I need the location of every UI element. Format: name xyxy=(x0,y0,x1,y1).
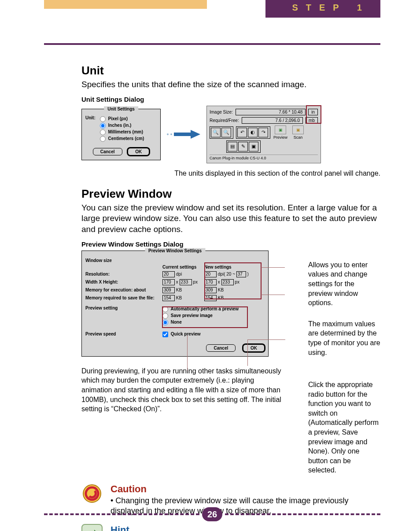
preview-window-settings-dialog: Preview Window Settings Window size Curr… xyxy=(81,251,269,357)
required-value: 7.6 / 2,096.0 xyxy=(242,117,303,124)
pw-w-cur: 170 xyxy=(162,279,175,285)
pw-res-max: 37 xyxy=(236,271,246,277)
caution-heading: Caution xyxy=(111,483,380,496)
pw-w-new: 170 xyxy=(204,279,217,285)
pw-mem-exec-label: Memory for execution: about xyxy=(85,288,162,292)
scan-button[interactable]: ▣ Scan xyxy=(291,125,306,140)
image-size-unit: in xyxy=(308,109,318,115)
caution-icon xyxy=(81,483,103,504)
pw-dialog-title: Preview Window Settings xyxy=(145,248,205,253)
preview-heading: Preview Window xyxy=(81,187,380,201)
tool-c-icon[interactable]: ▣ xyxy=(249,142,258,151)
header-rule xyxy=(44,43,380,45)
pw-radio-none[interactable]: None xyxy=(162,319,239,325)
preview-speed-note: During previewing, if you are running ot… xyxy=(81,366,284,414)
pw-note-max-values: The maximum values are determined by the… xyxy=(308,319,380,357)
page-number: 26 xyxy=(202,507,222,521)
required-label: Required/Free: xyxy=(210,118,239,123)
tool-a-icon[interactable]: ▤ xyxy=(228,142,237,151)
pw-preview-setting-label: Preview setting xyxy=(85,306,162,325)
pw-res-new-input[interactable]: 20 xyxy=(204,271,217,277)
tool-b-icon[interactable]: ✎ xyxy=(238,142,248,151)
image-size-value: 7.66 * 10.48 xyxy=(236,109,306,115)
pw-radio-auto[interactable]: Automatically perform a preview xyxy=(162,306,239,312)
pw-current-header: Current settings xyxy=(162,265,204,269)
svg-point-0 xyxy=(167,133,169,135)
unit-field-label: Unit: xyxy=(85,115,96,142)
panel-footer-text: Canon Plug-in module CS-U 4.0 xyxy=(210,155,318,160)
control-panel-preview: Image Size: 7.66 * 10.48 in Required/Fre… xyxy=(206,106,321,163)
pw-new-header: New settings xyxy=(204,265,257,269)
zoom-out-icon[interactable]: 🔍 xyxy=(221,128,231,137)
pw-mem-save-new: 154 xyxy=(204,295,217,301)
pw-radio-save[interactable]: Save preview image xyxy=(162,312,239,319)
unit-option-pixel[interactable]: Pixel (px) xyxy=(100,115,144,122)
preview-button[interactable]: ▣ Preview xyxy=(273,125,288,140)
unit-option-mm[interactable]: Millimeters (mm) xyxy=(100,129,144,135)
step-banner: STEP 1 xyxy=(265,0,380,18)
pw-mem-exec-new: 309 xyxy=(204,287,217,293)
pw-wxh-label: Width X Height: xyxy=(85,280,162,284)
svg-point-1 xyxy=(170,133,172,135)
unit-settings-dialog: Unit Settings Unit: Pixel (px) Inches (i… xyxy=(81,109,161,160)
header-accent-bar xyxy=(44,0,207,9)
unit-option-cm[interactable]: Centimeters (cm) xyxy=(100,135,144,142)
pw-res-cur: 20 xyxy=(162,271,175,277)
preview-dialog-label: Preview Window Settings Dialog xyxy=(81,240,380,248)
unit-dialog-title: Unit Settings xyxy=(104,106,138,111)
pw-mem-save-cur: 154 xyxy=(162,295,175,301)
unit-desc: Specifies the units that define the size… xyxy=(81,79,380,90)
hint-icon xyxy=(81,524,103,531)
rotate-right-icon[interactable]: ↷ xyxy=(258,128,268,137)
pw-h-new: 233 xyxy=(221,279,234,285)
preview-desc: You can size the preview window and set … xyxy=(81,203,380,235)
unit-caption: The units displayed in this section of t… xyxy=(81,170,380,177)
pw-note-radio: Click the appropriate radio button for t… xyxy=(308,380,380,475)
page-footer: 26 xyxy=(44,507,380,521)
pw-preview-speed-label: Preview speed xyxy=(85,332,162,337)
pw-cancel-button[interactable]: Cancel xyxy=(206,344,236,352)
pw-quick-preview-checkbox[interactable]: Quick preview xyxy=(162,332,201,337)
unit-option-inches[interactable]: Inches (in.) xyxy=(100,122,144,129)
required-unit: mb xyxy=(306,117,318,124)
svg-rect-2 xyxy=(174,133,191,136)
arrow-icon xyxy=(166,129,201,140)
svg-marker-3 xyxy=(191,130,200,139)
zoom-in-icon[interactable]: 🔍 xyxy=(211,128,221,137)
unit-ok-button[interactable]: OK xyxy=(128,148,149,155)
rotate-left-icon[interactable]: ↶ xyxy=(237,128,247,137)
pw-note-new-settings: Allows you to enter values and change se… xyxy=(308,260,380,308)
pw-mem-exec-cur: 309 xyxy=(162,287,175,293)
pw-h-cur: 233 xyxy=(180,279,192,285)
image-size-label: Image Size: xyxy=(210,110,233,114)
mirror-icon[interactable]: ◐ xyxy=(248,128,258,137)
unit-dialog-label: Unit Settings Dialog xyxy=(81,96,380,103)
unit-cancel-button[interactable]: Cancel xyxy=(93,148,122,155)
pw-mem-save-label: Memory required to save the file: xyxy=(85,295,162,300)
pw-window-size-label: Window size xyxy=(85,258,162,263)
pw-resolution-label: Resolution: xyxy=(85,272,162,277)
pw-ok-button[interactable]: OK xyxy=(243,344,265,352)
unit-heading: Unit xyxy=(81,64,380,77)
hint-heading: Hint xyxy=(111,524,380,531)
